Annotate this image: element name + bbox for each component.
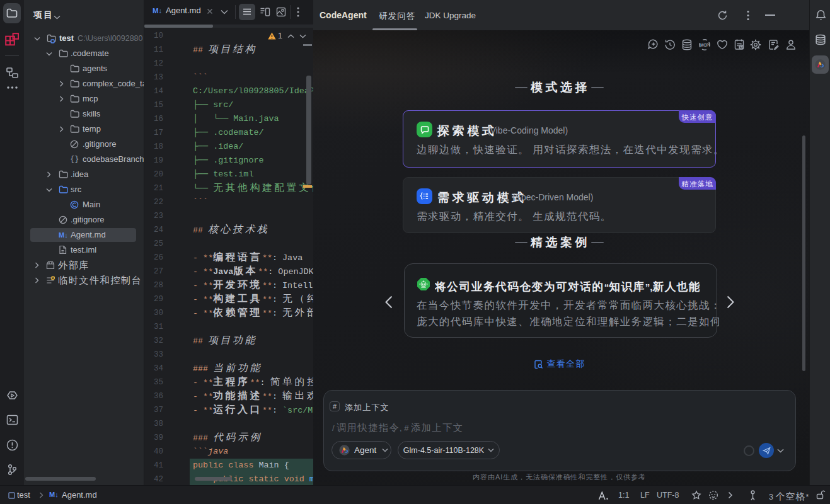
svg-text:MCP: MCP [700,43,710,47]
